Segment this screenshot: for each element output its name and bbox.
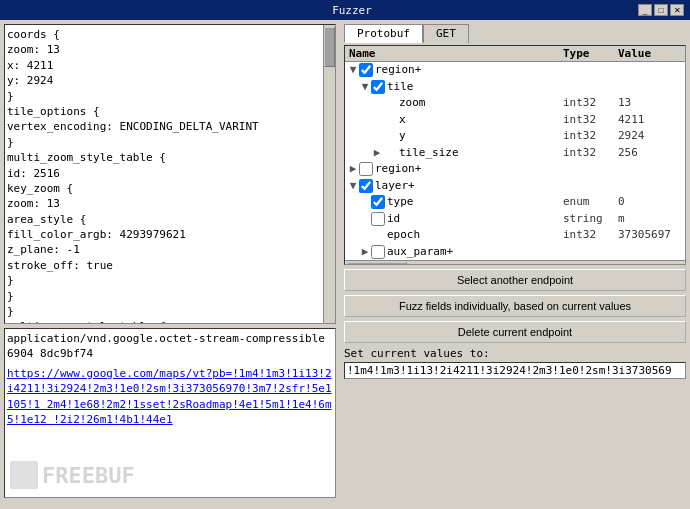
code-line: }: [7, 135, 319, 150]
tree-row[interactable]: ▼region+: [345, 62, 685, 79]
code-line: }: [7, 289, 319, 304]
tree-row[interactable]: idstringm: [345, 211, 685, 228]
tree-row[interactable]: ▶region+: [345, 161, 685, 178]
code-line: stroke_off: true: [7, 258, 319, 273]
window-controls: _ □ ✕: [638, 4, 684, 16]
maximize-button[interactable]: □: [654, 4, 668, 16]
row-name: tile: [387, 79, 563, 96]
header-type: Type: [563, 47, 618, 60]
close-button[interactable]: ✕: [670, 4, 684, 16]
tree-row[interactable]: typeenum0: [345, 194, 685, 211]
row-name: type: [387, 194, 563, 211]
tree-row[interactable]: epochint3237305697: [345, 227, 685, 244]
tree-row[interactable]: ▼tile: [345, 79, 685, 96]
row-name: aux_param+: [387, 244, 563, 261]
row-value: 37305697: [618, 227, 683, 244]
row-name: id: [387, 211, 563, 228]
code-line: fill_color_argb: 4293979621: [7, 227, 319, 242]
tree-row[interactable]: ▶tile_sizeint32256: [345, 145, 685, 162]
row-checkbox[interactable]: [371, 212, 385, 226]
code-line: y: 2924: [7, 73, 319, 88]
tree-row[interactable]: ▼layer+: [345, 178, 685, 195]
delete-endpoint-button[interactable]: Delete current endpoint: [344, 321, 686, 343]
bottom-area[interactable]: application/vnd.google.octet-stream-comp…: [4, 328, 336, 498]
expander-icon[interactable]: ▶: [347, 161, 359, 178]
expander-icon[interactable]: ▶: [359, 244, 371, 261]
row-name: zoom: [399, 95, 563, 112]
row-value: 4211: [618, 112, 683, 129]
code-line: vertex_encoding: ENCODING_DELTA_VARINT: [7, 119, 319, 134]
row-checkbox[interactable]: [359, 162, 373, 176]
row-checkbox[interactable]: [371, 245, 385, 259]
code-line: id: 2516: [7, 166, 319, 181]
url-text: https://www.google.com/maps/vt?pb=!1m4!1…: [7, 366, 333, 428]
row-checkbox[interactable]: [359, 63, 373, 77]
main-container: coords { zoom: 13 x: 4211 y: 2924}tile_o…: [0, 20, 690, 509]
tree-row[interactable]: yint322924: [345, 128, 685, 145]
code-line: x: 4211: [7, 58, 319, 73]
row-type: int32: [563, 128, 618, 145]
header-name: Name: [347, 47, 563, 60]
scrollbar-vertical[interactable]: [323, 25, 335, 323]
row-name: x: [399, 112, 563, 129]
row-name: y: [399, 128, 563, 145]
row-value: m: [618, 211, 683, 228]
row-name: epoch: [387, 227, 563, 244]
code-line: }: [7, 304, 319, 319]
row-name: layer+: [375, 178, 563, 195]
code-line: multi_zoom_style_table {: [7, 319, 319, 324]
expander-icon[interactable]: ▶: [371, 145, 383, 162]
select-endpoint-button[interactable]: Select another endpoint: [344, 269, 686, 291]
code-line: }: [7, 273, 319, 288]
code-area[interactable]: coords { zoom: 13 x: 4211 y: 2924}tile_o…: [4, 24, 336, 324]
set-values-row: Set current values to:: [344, 347, 686, 379]
row-name: region+: [375, 161, 563, 178]
tree-row[interactable]: zoomint3213: [345, 95, 685, 112]
scrollbar-thumb[interactable]: [324, 27, 335, 67]
row-type: enum: [563, 194, 618, 211]
expander-icon[interactable]: ▼: [347, 62, 359, 79]
tree-row[interactable]: ▶aux_param+: [345, 244, 685, 261]
fuzz-fields-button[interactable]: Fuzz fields individually, based on curre…: [344, 295, 686, 317]
tree-header: Name Type Value: [345, 46, 685, 62]
window-title: Fuzzer: [66, 4, 638, 17]
code-line: multi_zoom_style_table {: [7, 150, 319, 165]
row-value: 0: [618, 194, 683, 211]
tab-protobuf[interactable]: Protobuf: [344, 24, 423, 43]
expander-icon[interactable]: ▼: [347, 178, 359, 195]
row-name: region+: [375, 62, 563, 79]
row-value: 13: [618, 95, 683, 112]
tree-row[interactable]: xint324211: [345, 112, 685, 129]
code-line: zoom: 13: [7, 42, 319, 57]
row-checkbox[interactable]: [371, 195, 385, 209]
row-type: int32: [563, 227, 618, 244]
tabs-row: Protobuf GET: [344, 24, 686, 43]
minimize-button[interactable]: _: [638, 4, 652, 16]
row-name: tile_size: [399, 145, 563, 162]
code-line: }: [7, 89, 319, 104]
row-value: 256: [618, 145, 683, 162]
code-line: key_zoom {: [7, 181, 319, 196]
code-line: tile_options {: [7, 104, 319, 119]
header-value: Value: [618, 47, 683, 60]
row-type: int32: [563, 145, 618, 162]
right-panel: Protobuf GET Name Type Value ▼region+▼ti…: [340, 20, 690, 509]
row-value: 2924: [618, 128, 683, 145]
tab-get[interactable]: GET: [423, 24, 469, 43]
row-type: int32: [563, 112, 618, 129]
row-type: int32: [563, 95, 618, 112]
row-type: string: [563, 211, 618, 228]
scrollbar-horizontal[interactable]: [345, 260, 685, 265]
tree-body: ▼region+▼tilezoomint3213xint324211yint32…: [345, 62, 685, 260]
left-panel: coords { zoom: 13 x: 4211 y: 2924}tile_o…: [0, 20, 340, 509]
expander-icon[interactable]: ▼: [359, 79, 371, 96]
buttons-section: Select another endpoint Fuzz fields indi…: [344, 269, 686, 343]
code-text: coords { zoom: 13 x: 4211 y: 2924}tile_o…: [7, 27, 333, 324]
scrollbar-h-thumb[interactable]: [347, 262, 407, 266]
set-values-input[interactable]: [344, 362, 686, 379]
row-checkbox[interactable]: [371, 80, 385, 94]
code-line: coords {: [7, 27, 319, 42]
row-checkbox[interactable]: [359, 179, 373, 193]
code-line: area_style {: [7, 212, 319, 227]
set-values-label: Set current values to:: [344, 347, 686, 360]
